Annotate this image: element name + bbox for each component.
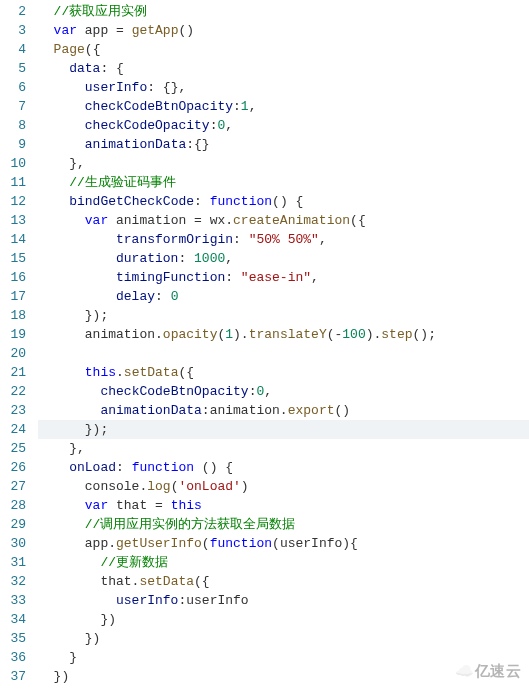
code-line: },	[38, 154, 529, 173]
line-number: 19	[0, 325, 26, 344]
line-number: 7	[0, 97, 26, 116]
code-line: timingFunction: "ease-in",	[38, 268, 529, 287]
line-number: 16	[0, 268, 26, 287]
line-number: 9	[0, 135, 26, 154]
line-number: 29	[0, 515, 26, 534]
line-number: 21	[0, 363, 26, 382]
line-number: 5	[0, 59, 26, 78]
code-line: animationData:animation.export()	[38, 401, 529, 420]
code-line: userInfo: {},	[38, 78, 529, 97]
code-line: checkCodeBtnOpacity:1,	[38, 97, 529, 116]
line-number: 23	[0, 401, 26, 420]
line-number: 4	[0, 40, 26, 59]
code-line: Page({	[38, 40, 529, 59]
line-number: 33	[0, 591, 26, 610]
line-number: 36	[0, 648, 26, 667]
code-line: this.setData({	[38, 363, 529, 382]
line-number: 31	[0, 553, 26, 572]
code-editor: 2345678910111213141516171819202122232425…	[0, 0, 529, 686]
line-number: 15	[0, 249, 26, 268]
code-line: var animation = wx.createAnimation({	[38, 211, 529, 230]
line-number: 3	[0, 21, 26, 40]
code-line: checkCodeBtnOpacity:0,	[38, 382, 529, 401]
line-number: 18	[0, 306, 26, 325]
line-number: 10	[0, 154, 26, 173]
code-line: checkCodeOpacity:0,	[38, 116, 529, 135]
line-number: 26	[0, 458, 26, 477]
code-line: //更新数据	[38, 553, 529, 572]
line-number: 37	[0, 667, 26, 686]
line-number: 6	[0, 78, 26, 97]
code-line: },	[38, 439, 529, 458]
code-line: //调用应用实例的方法获取全局数据	[38, 515, 529, 534]
line-number: 8	[0, 116, 26, 135]
code-line: console.log('onLoad')	[38, 477, 529, 496]
line-number: 27	[0, 477, 26, 496]
line-number: 24	[0, 420, 26, 439]
line-number: 11	[0, 173, 26, 192]
code-line: }	[38, 648, 529, 667]
line-number: 12	[0, 192, 26, 211]
line-number: 13	[0, 211, 26, 230]
code-line: });	[38, 420, 529, 439]
code-line: onLoad: function () {	[38, 458, 529, 477]
code-line: })	[38, 667, 529, 686]
line-number: 32	[0, 572, 26, 591]
line-number: 2	[0, 2, 26, 21]
line-number: 35	[0, 629, 26, 648]
code-line: duration: 1000,	[38, 249, 529, 268]
code-line: data: {	[38, 59, 529, 78]
code-line: transformOrigin: "50% 50%",	[38, 230, 529, 249]
code-line: app.getUserInfo(function(userInfo){	[38, 534, 529, 553]
line-number: 14	[0, 230, 26, 249]
code-line: //获取应用实例	[38, 2, 529, 21]
code-line: var that = this	[38, 496, 529, 515]
code-line: })	[38, 610, 529, 629]
code-line: //生成验证码事件	[38, 173, 529, 192]
line-number: 34	[0, 610, 26, 629]
code-line	[38, 344, 529, 363]
line-number: 20	[0, 344, 26, 363]
code-line: animation.opacity(1).translateY(-100).st…	[38, 325, 529, 344]
line-number: 28	[0, 496, 26, 515]
code-content: //获取应用实例 var app = getApp() Page({ data:…	[38, 2, 529, 686]
code-line: })	[38, 629, 529, 648]
code-line: var app = getApp()	[38, 21, 529, 40]
line-number: 30	[0, 534, 26, 553]
code-line: bindGetCheckCode: function() {	[38, 192, 529, 211]
code-line: that.setData({	[38, 572, 529, 591]
line-number: 17	[0, 287, 26, 306]
code-line: animationData:{}	[38, 135, 529, 154]
line-number: 22	[0, 382, 26, 401]
code-line: userInfo:userInfo	[38, 591, 529, 610]
line-number: 25	[0, 439, 26, 458]
code-line: delay: 0	[38, 287, 529, 306]
line-number-gutter: 2345678910111213141516171819202122232425…	[0, 2, 38, 686]
code-line: });	[38, 306, 529, 325]
